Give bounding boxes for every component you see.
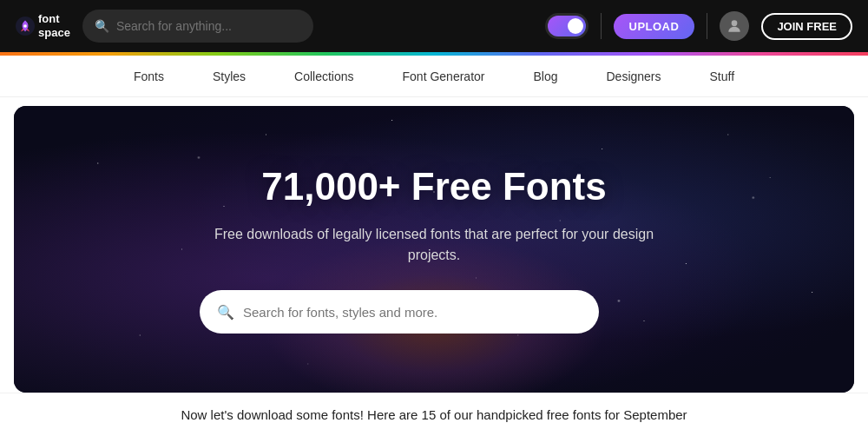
logo-line1: font [38,12,70,26]
search-icon: 🔍 [95,19,109,33]
hero-content: 71,000+ Free Fonts Free downloads of leg… [165,165,703,334]
nav-item-blog[interactable]: Blog [509,56,582,97]
join-button[interactable]: JOIN FREE [761,13,852,40]
hero-section: 71,000+ Free Fonts Free downloads of leg… [14,106,854,393]
avatar[interactable] [720,11,749,41]
nav-item-stuff[interactable]: Stuff [686,56,760,97]
nav-item-fonts[interactable]: Fonts [109,56,188,97]
svg-point-1 [23,24,27,28]
logo[interactable]: font space [16,12,70,39]
bottom-text: Now let's download some fonts! Here are … [181,407,687,422]
nav-item-designers[interactable]: Designers [582,56,686,97]
hero-subtitle: Free downloads of legally licensed fonts… [200,224,668,266]
header: font space 🔍 UPLOAD JOIN FREE [0,0,868,52]
nav-item-font-generator[interactable]: Font Generator [378,56,510,97]
theme-toggle-wrap[interactable] [545,13,589,39]
nav-item-collections[interactable]: Collections [270,56,378,97]
header-divider2 [707,13,707,39]
main-nav: Fonts Styles Collections Font Generator … [0,56,868,97]
hero-search-bar[interactable]: 🔍 [200,290,599,334]
header-divider [601,13,602,39]
upload-button[interactable]: UPLOAD [614,14,695,39]
header-search-input[interactable] [116,19,301,33]
svg-point-2 [732,20,738,26]
avatar-icon [726,17,743,35]
bottom-text-bar: Now let's download some fonts! Here are … [0,393,868,436]
hero-title: 71,000+ Free Fonts [200,165,668,208]
hero-search-icon: 🔍 [217,304,234,320]
hero-search-input[interactable] [243,305,582,320]
logo-icon [16,17,35,36]
header-search-bar[interactable]: 🔍 [82,10,313,43]
logo-line2: space [38,26,70,40]
nav-item-styles[interactable]: Styles [188,56,270,97]
theme-toggle[interactable] [548,16,586,36]
